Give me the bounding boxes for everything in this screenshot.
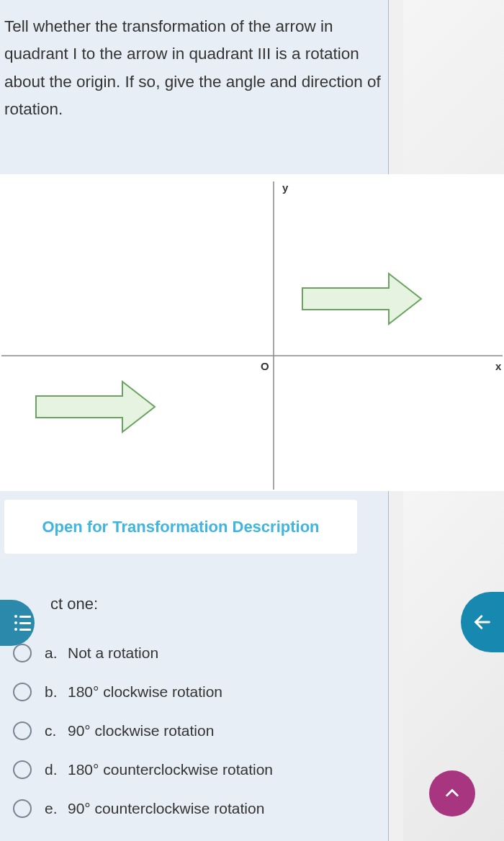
select-one-label: ct one: <box>0 595 389 613</box>
origin-label: O <box>261 360 269 372</box>
option-letter: b. <box>45 683 68 701</box>
coordinate-graph: y x O <box>0 174 504 491</box>
option-letter: a. <box>45 644 68 662</box>
question-text: Tell whether the transformation of the a… <box>0 0 388 132</box>
radio-icon <box>13 760 32 779</box>
option-d[interactable]: d. 180° counterclockwise rotation <box>0 750 389 789</box>
option-text: 90° clockwise rotation <box>68 722 214 739</box>
option-c[interactable]: c. 90° clockwise rotation <box>0 711 389 750</box>
arrow-quadrant-1 <box>302 274 421 324</box>
option-text: 180° clockwise rotation <box>68 683 222 701</box>
option-e[interactable]: e. 90° counterclockwise rotation <box>0 789 389 828</box>
scroll-top-button[interactable] <box>429 770 475 817</box>
option-text: 90° counterclockwise rotation <box>68 800 264 817</box>
radio-icon <box>13 721 32 740</box>
menu-icon <box>4 615 31 631</box>
option-letter: d. <box>45 761 68 778</box>
radio-icon <box>13 683 32 701</box>
option-letter: e. <box>45 800 68 817</box>
y-axis-label: y <box>282 181 289 194</box>
option-a[interactable]: a. Not a rotation <box>0 634 389 673</box>
open-transformation-button[interactable]: Open for Transformation Description <box>4 500 357 554</box>
x-axis-label: x <box>495 360 502 372</box>
option-letter: c. <box>45 722 68 739</box>
option-text: 180° counterclockwise rotation <box>68 761 273 778</box>
radio-icon <box>13 799 32 818</box>
graph-container: y x O <box>0 174 504 491</box>
option-text: Not a rotation <box>68 644 158 662</box>
chevron-up-icon <box>444 786 460 801</box>
select-section: ct one: a. Not a rotation b. 180° clockw… <box>0 595 389 828</box>
option-b[interactable]: b. 180° clockwise rotation <box>0 673 389 711</box>
radio-icon <box>13 644 32 662</box>
arrow-left-icon <box>472 612 492 632</box>
arrow-quadrant-3 <box>36 382 155 432</box>
